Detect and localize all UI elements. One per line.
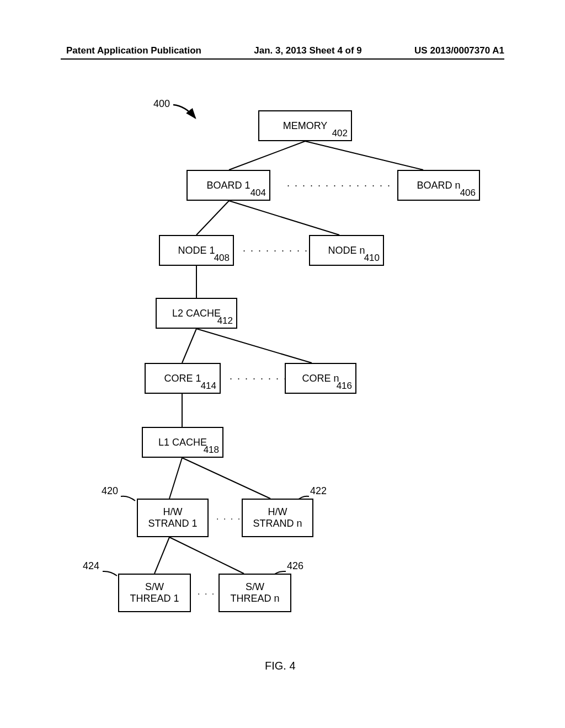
svg-line-11 <box>169 537 244 574</box>
noden-ref: 410 <box>364 253 380 264</box>
node1-label: NODE 1 <box>178 245 215 256</box>
l2-label: L2 CACHE <box>172 308 221 319</box>
header-divider <box>61 58 504 60</box>
svg-line-2 <box>196 201 229 235</box>
sw1-label2: THREAD 1 <box>130 593 179 604</box>
core1-label: CORE 1 <box>164 373 201 384</box>
boardn-box: BOARD n 406 <box>397 170 480 201</box>
board1-ref: 404 <box>250 188 266 199</box>
hwn-label1: H/W <box>268 506 287 518</box>
node1-box: NODE 1 408 <box>159 235 234 266</box>
hw1-box: H/W STRAND 1 <box>137 499 209 537</box>
svg-line-1 <box>305 141 423 170</box>
l1-label: L1 CACHE <box>158 437 207 448</box>
svg-line-10 <box>154 537 169 574</box>
swn-box: S/W THREAD n <box>218 574 291 612</box>
sw1-box: S/W THREAD 1 <box>118 574 191 612</box>
node1-ref: 408 <box>214 253 230 264</box>
sw1-ref-label: 424 <box>83 560 99 572</box>
core1-box: CORE 1 414 <box>145 363 221 394</box>
hw1-label1: H/W <box>163 506 183 518</box>
svg-line-9 <box>182 458 270 499</box>
hwn-label2: STRAND n <box>253 518 302 529</box>
noden-label: NODE n <box>328 245 365 256</box>
hwn-box: H/W STRAND n <box>242 499 313 537</box>
l2-ref: 412 <box>217 315 233 326</box>
l1-box: L1 CACHE 418 <box>142 427 223 458</box>
figure-caption: FIG. 4 <box>265 660 296 672</box>
svg-line-6 <box>196 329 312 363</box>
board1-box: BOARD 1 404 <box>186 170 270 201</box>
header-right: US 2013/0007370 A1 <box>414 45 504 56</box>
coren-label: CORE n <box>302 373 339 384</box>
svg-line-0 <box>229 141 305 170</box>
board1-label: BOARD 1 <box>206 180 250 191</box>
l2-box: L2 CACHE 412 <box>156 298 237 329</box>
svg-line-3 <box>229 201 339 235</box>
core1-ref: 414 <box>201 381 216 392</box>
swn-label2: THREAD n <box>230 593 279 604</box>
boardn-label: BOARD n <box>417 180 460 191</box>
svg-line-5 <box>182 329 196 363</box>
swn-label1: S/W <box>246 581 264 593</box>
coren-ref: 416 <box>337 381 352 392</box>
boards-dots: · · · · · · · · · · · · · · <box>287 180 391 191</box>
hwn-ref-label: 422 <box>310 485 327 497</box>
hw1-ref-label: 420 <box>102 485 118 497</box>
coren-box: CORE n 416 <box>285 363 356 394</box>
swn-ref-label: 426 <box>287 560 303 572</box>
header-left: Patent Application Publication <box>66 45 201 56</box>
svg-line-8 <box>169 458 182 499</box>
boardn-ref: 406 <box>460 188 476 199</box>
l1-ref: 418 <box>204 445 219 456</box>
hw1-label2: STRAND 1 <box>148 518 197 529</box>
noden-box: NODE n 410 <box>309 235 384 266</box>
sw1-label1: S/W <box>145 581 164 593</box>
header-center: Jan. 3, 2013 Sheet 4 of 9 <box>254 45 362 56</box>
